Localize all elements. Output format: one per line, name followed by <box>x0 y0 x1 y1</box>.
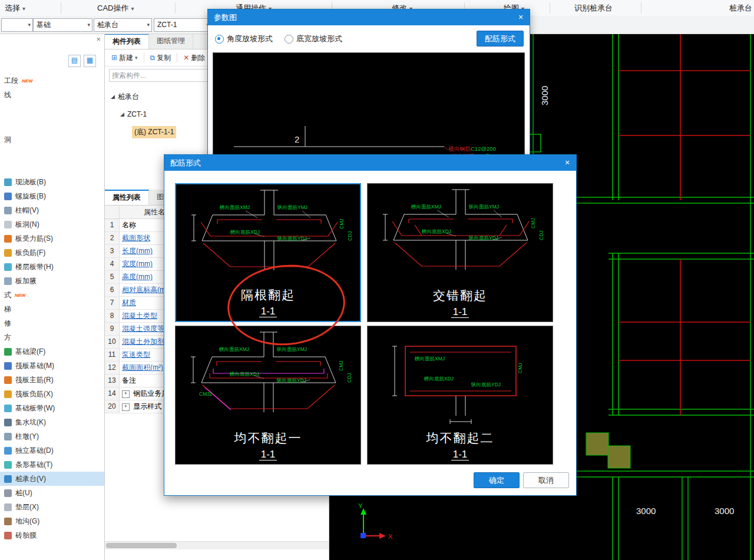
sidebar-item[interactable]: 板加腋 <box>0 274 104 288</box>
sidebar-item[interactable]: 条形基础(T) <box>0 458 104 472</box>
element-name-combobox[interactable]: ZCT-1▾ <box>154 18 211 32</box>
expander-icon[interactable]: ◢ <box>111 94 115 100</box>
component-type-icon <box>4 405 12 412</box>
chevron-down-icon: ▾ <box>131 5 134 12</box>
delete-component-button[interactable]: ✕ 删除 <box>180 52 208 64</box>
sidebar-item[interactable]: 板洞(N) <box>0 217 104 231</box>
category-combobox[interactable]: 基础▾ <box>33 18 92 32</box>
radio-angle-slope[interactable]: 角度放坡形式 <box>215 34 273 44</box>
list-view-icon[interactable]: ▤ <box>68 55 81 67</box>
close-icon[interactable]: × <box>558 155 576 171</box>
dialog-titlebar[interactable]: 配筋形式 × <box>164 155 576 171</box>
sidebar-item[interactable]: 基础梁(F) <box>0 344 104 359</box>
sidebar-item[interactable]: 砖胎膜 <box>0 528 104 542</box>
cancel-button[interactable]: 取消 <box>523 472 569 488</box>
sidebar-item[interactable]: 桩(U) <box>0 486 104 500</box>
menu-select[interactable]: 选择▾ <box>5 0 25 16</box>
scrollbar-thumb[interactable] <box>106 543 177 548</box>
rebar-option-gegen-fanqi[interactable]: 横向面筋XMJ 纵向面筋YMJ 横向底筋XDJ 纵向底筋YDJ CMJ CDJ … <box>175 183 361 322</box>
sidebar-item-label: 桩承台(V) <box>15 474 46 484</box>
sidebar-item-label: 筏板负筋(X) <box>15 389 53 399</box>
menu-pile-cap[interactable]: 桩承台 <box>729 0 752 16</box>
sidebar-item[interactable]: 垫层(X) <box>0 500 104 514</box>
expand-icon[interactable]: + <box>122 390 130 398</box>
delete-icon: ✕ <box>183 54 189 62</box>
sidebar-item[interactable]: 楼层板带(H) <box>0 260 104 274</box>
close-icon[interactable]: × <box>512 9 530 25</box>
sidebar-item[interactable]: 独立基础(D) <box>0 443 104 458</box>
sidebar-item-label: 独立基础(D) <box>15 446 54 456</box>
axis-indicator-icon: Y X <box>358 502 393 540</box>
new-component-button[interactable]: ⊞ 新建 ▾ <box>108 52 141 64</box>
sidebar-item[interactable]: 筏板负筋(X) <box>0 387 104 401</box>
sidebar-item[interactable]: 集水坑(K) <box>0 415 104 429</box>
component-type-icon <box>4 518 12 525</box>
menu-identify-pile-cap[interactable]: 识别桩承台 <box>574 0 613 16</box>
sidebar-item[interactable]: 工段 NEW <box>0 74 104 88</box>
sidebar-item[interactable]: 板负筋(F) <box>0 246 104 260</box>
dialog-title: 参数图 <box>214 13 237 22</box>
axis-y-label: Y <box>358 502 363 509</box>
grid-view-icon[interactable]: ▦ <box>84 55 96 67</box>
element-type-combobox[interactable]: 桩承台▾ <box>94 18 152 32</box>
expand-icon[interactable]: + <box>122 403 130 411</box>
expander-icon[interactable]: ◢ <box>120 111 124 117</box>
sidebar-item-label: 梯 <box>4 304 11 314</box>
svg-text:CMJ: CMJ <box>530 218 536 228</box>
tab-property-list[interactable]: 属性列表 <box>105 190 149 205</box>
component-type-icon <box>4 362 12 370</box>
sidebar-item[interactable]: 梯 <box>0 302 104 316</box>
sidebar-item-label: 板负筋(F) <box>15 248 45 258</box>
svg-text:横向面筋XMJ: 横向面筋XMJ <box>219 346 249 352</box>
rebar-option-jun-bu-fanqi-2[interactable]: 横向面筋XMJ 横向底筋XDJ 纵向底筋YDJ CMJ 均不翻起二 1-1 <box>367 326 553 465</box>
component-type-icon <box>4 433 12 440</box>
tab-drawing-management[interactable]: 图纸管理 <box>149 34 193 49</box>
new-badge: NEW <box>22 78 33 84</box>
svg-text:CMJ: CMJ <box>339 219 345 229</box>
sidebar-item[interactable]: 桩承台(V) <box>0 472 104 486</box>
component-type-icon <box>4 178 12 186</box>
radio-bottom-width-slope[interactable]: 底宽放坡形式 <box>285 34 342 44</box>
menu-cad-operations[interactable]: CAD操作▾ <box>97 0 134 16</box>
sidebar-item[interactable]: 地沟(G) <box>0 514 104 528</box>
sidebar-item[interactable]: 螺旋板(B) <box>0 189 104 203</box>
property-number: 20 <box>105 400 120 413</box>
svg-text:CMJ: CMJ <box>517 363 523 373</box>
ok-button[interactable]: 确定 <box>474 472 520 488</box>
component-type-icon <box>4 461 12 469</box>
sidebar-item[interactable]: 板受力筋(S) <box>0 231 104 246</box>
rebar-option-jun-bu-fanqi-1[interactable]: 横向面筋XMJ 纵向面筋YMJ 横向底筋XDJ 纵向底筋YDJ CMJ CDJ … <box>175 326 361 465</box>
tab-component-list[interactable]: 构件列表 <box>105 34 149 49</box>
svg-text:纵向面筋YMJ: 纵向面筋YMJ <box>468 204 499 210</box>
sidebar-item-label: 砖胎膜 <box>15 531 37 541</box>
sidebar-item[interactable]: 方 <box>0 330 104 344</box>
sidebar-item-label: 工段 <box>4 76 18 86</box>
floor-combobox[interactable]: ▾ <box>1 18 33 32</box>
sidebar-item[interactable]: 柱墩(Y) <box>0 429 104 443</box>
property-number: 8 <box>105 310 120 322</box>
property-number: 3 <box>105 245 120 257</box>
sidebar-item[interactable]: 洞 <box>0 132 104 147</box>
rebar-diagram: 横向面筋XMJ 横向底筋XDJ 纵向底筋YDJ CMJ <box>368 326 554 430</box>
option-section-label: 1-1 <box>368 449 553 460</box>
sidebar-item[interactable]: 修 <box>0 316 104 330</box>
sidebar-item-label: 板受力筋(S) <box>15 234 53 244</box>
sidebar-item[interactable]: 基础板带(W) <box>0 401 104 415</box>
dialog-titlebar[interactable]: 参数图 × <box>208 9 530 25</box>
radio-icon <box>215 35 224 44</box>
chevron-down-icon: ▾ <box>147 19 150 31</box>
rebar-form-button[interactable]: 配筋形式 <box>477 31 524 47</box>
sidebar-item[interactable]: 线 <box>0 88 104 102</box>
component-type-icon <box>4 193 12 200</box>
close-icon[interactable]: × <box>96 35 101 44</box>
sidebar-item[interactable]: 筏板基础(M) <box>0 359 104 373</box>
copy-component-button[interactable]: ⧉ 复制 <box>147 52 174 64</box>
sidebar-item[interactable]: 式 NEW <box>0 288 104 302</box>
rebar-diagram: 横向面筋XMJ 纵向面筋YMJ 横向底筋XDJ 纵向底筋YDJ CMJ CDJ … <box>176 326 362 430</box>
horizontal-scrollbar[interactable] <box>105 541 329 549</box>
sidebar-item[interactable]: 筏板主筋(R) <box>0 373 104 387</box>
sidebar-item[interactable]: 现浇板(B) <box>0 175 104 189</box>
rebar-option-jiaocuo-fanqi[interactable]: 横向面筋XMJ 纵向面筋YMJ 横向底筋XDJ 纵向底筋YDJ CMJ CDJ … <box>367 183 553 322</box>
svg-text:纵向底筋YDJ: 纵向底筋YDJ <box>276 377 306 383</box>
sidebar-item[interactable]: 柱帽(V) <box>0 203 104 217</box>
